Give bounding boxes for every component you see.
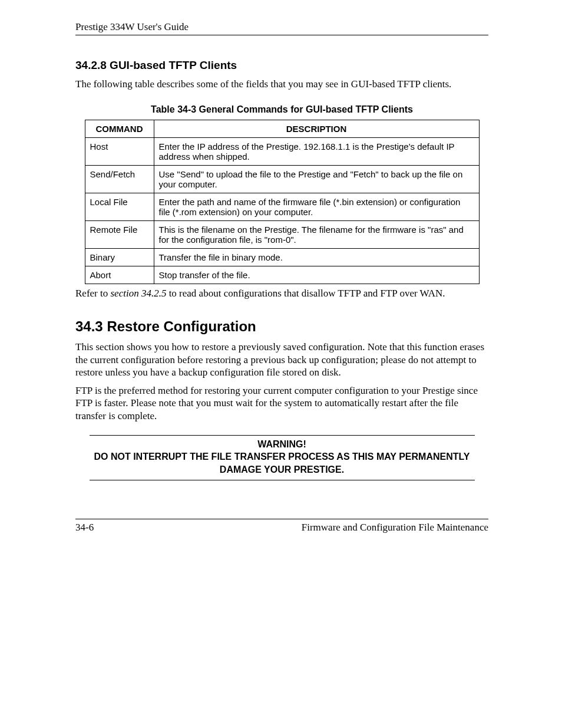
table-header-row: COMMAND DESCRIPTION: [85, 120, 479, 138]
cell-command: Send/Fetch: [85, 166, 154, 193]
page-footer: 34-6 Firmware and Configuration File Mai…: [75, 519, 488, 533]
section2-para2: FTP is the preferred method for restorin…: [75, 384, 488, 422]
warning-body: DO NOT INTERRUPT THE FILE TRANSFER PROCE…: [94, 450, 470, 476]
cell-command: Host: [85, 138, 154, 166]
warning-title: WARNING!: [94, 438, 470, 451]
warning-callout: WARNING! DO NOT INTERRUPT THE FILE TRANS…: [90, 435, 475, 480]
table-row: Binary Transfer the file in binary mode.: [85, 249, 479, 266]
cell-description: Use "Send" to upload the file to the Pre…: [154, 166, 479, 193]
footer-chapter-title: Firmware and Configuration File Maintena…: [302, 522, 488, 533]
cell-command: Local File: [85, 193, 154, 221]
after-table-post: to read about configurations that disall…: [166, 288, 445, 299]
table-row: Local File Enter the path and name of th…: [85, 193, 479, 221]
after-table-note: Refer to section 34.2.5 to read about co…: [75, 288, 488, 299]
col-description: DESCRIPTION: [154, 120, 479, 138]
section1-intro: The following table describes some of th…: [75, 78, 488, 90]
section-heading: 34.3 Restore Configuration: [75, 318, 488, 335]
subsection-heading: 34.2.8 GUI-based TFTP Clients: [75, 59, 488, 72]
section-reference: section 34.2.5: [110, 288, 166, 299]
cell-command: Remote File: [85, 221, 154, 249]
running-header: Prestige 334W User's Guide: [75, 21, 488, 35]
footer-page-number: 34-6: [75, 522, 94, 533]
cell-command: Abort: [85, 266, 154, 284]
section2-para1: This section shows you how to restore a …: [75, 341, 488, 378]
table-row: Abort Stop transfer of the file.: [85, 266, 479, 284]
cell-command: Binary: [85, 249, 154, 266]
table-row: Host Enter the IP address of the Prestig…: [85, 138, 479, 166]
table-caption: Table 34-3 General Commands for GUI-base…: [75, 104, 488, 115]
cell-description: Stop transfer of the file.: [154, 266, 479, 284]
col-command: COMMAND: [85, 120, 154, 138]
table-row: Remote File This is the filename on the …: [85, 221, 479, 249]
cell-description: This is the filename on the Prestige. Th…: [154, 221, 479, 249]
table-row: Send/Fetch Use "Send" to upload the file…: [85, 166, 479, 193]
cell-description: Enter the IP address of the Prestige. 19…: [154, 138, 479, 166]
cell-description: Enter the path and name of the firmware …: [154, 193, 479, 221]
cell-description: Transfer the file in binary mode.: [154, 249, 479, 266]
commands-table: COMMAND DESCRIPTION Host Enter the IP ad…: [85, 120, 480, 284]
page: Prestige 334W User's Guide 34.2.8 GUI-ba…: [0, 0, 562, 728]
after-table-pre: Refer to: [75, 288, 110, 299]
